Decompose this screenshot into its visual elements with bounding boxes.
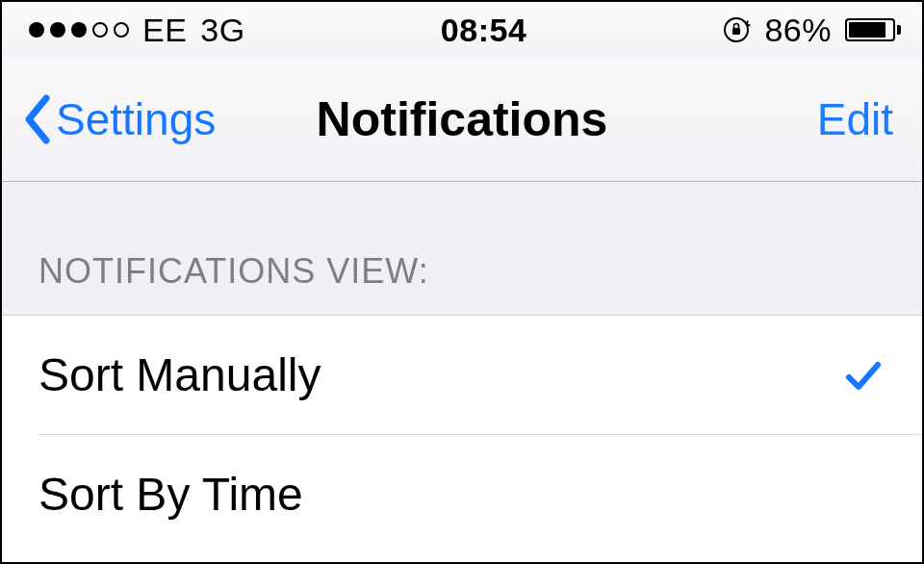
battery-percent-label: 86% xyxy=(764,12,832,49)
battery-fill xyxy=(849,22,886,38)
status-bar: EE 3G 08:54 86% xyxy=(2,2,922,58)
back-label: Settings xyxy=(56,93,216,145)
status-right: 86% xyxy=(722,12,901,49)
section-header: NOTIFICATIONS VIEW: xyxy=(2,182,922,316)
nav-bar: Settings Notifications Edit xyxy=(2,58,922,182)
option-label: Sort By Time xyxy=(38,468,303,521)
signal-strength-icon xyxy=(29,22,129,38)
back-button[interactable]: Settings xyxy=(23,93,216,145)
edit-button[interactable]: Edit xyxy=(817,93,893,145)
chevron-left-icon xyxy=(23,94,52,144)
clock-label: 08:54 xyxy=(441,12,526,49)
battery-icon xyxy=(845,18,901,41)
sort-options-list: Sort Manually Sort By Time xyxy=(2,316,922,562)
screen: EE 3G 08:54 86% xyxy=(0,0,924,564)
status-left: EE 3G xyxy=(29,12,245,49)
option-label: Sort Manually xyxy=(38,348,321,401)
orientation-lock-icon xyxy=(722,15,751,44)
network-type-label: 3G xyxy=(200,12,244,49)
svg-rect-1 xyxy=(732,28,740,35)
checkmark-icon xyxy=(843,355,884,396)
option-sort-by-time[interactable]: Sort By Time xyxy=(38,434,922,553)
option-sort-manually[interactable]: Sort Manually xyxy=(2,316,922,434)
carrier-label: EE xyxy=(142,12,187,49)
